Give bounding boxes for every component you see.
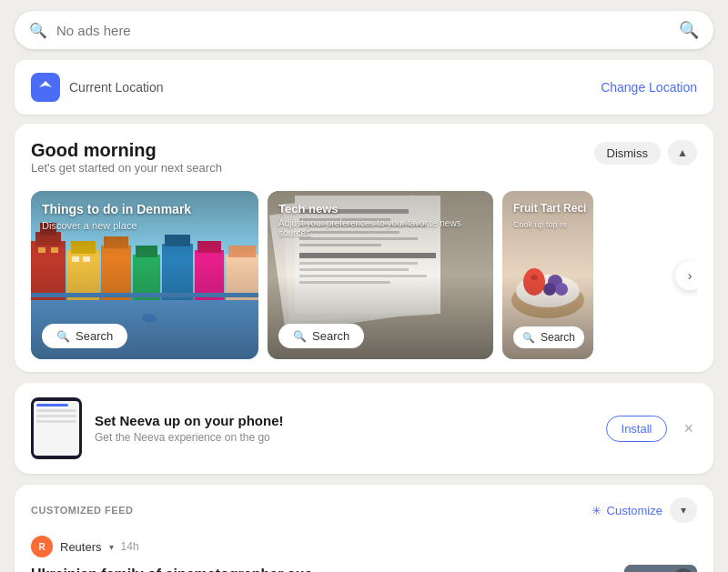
expand-feed-icon: ▾ xyxy=(681,504,686,517)
phone-line xyxy=(36,404,68,406)
install-text: Set Neeva up on your phone! Get the Neev… xyxy=(95,413,593,444)
install-subtitle: Get the Neeva experience on the go xyxy=(95,431,593,444)
collapse-button[interactable]: ▲ xyxy=(668,140,697,166)
card-search-button-tech[interactable]: 🔍 Search xyxy=(278,324,364,348)
article-title[interactable]: Ukrainian family of cinematographer sue xyxy=(31,565,612,572)
phone-line xyxy=(36,415,76,417)
feed-section: CUSTOMIZED FEED ✳ Customize ▾ R Reuters … xyxy=(15,485,713,572)
suggestion-cards-container: Things to do in Denmark Discover a new p… xyxy=(31,191,697,359)
article-row: Ukrainian family of cinematographer sue … xyxy=(31,565,697,572)
morning-card: Good morning Let's get started on your n… xyxy=(15,124,713,372)
search-icon-fruit: 🔍 xyxy=(522,332,535,344)
install-button[interactable]: Install xyxy=(606,416,668,442)
card-search-label-denmark: Search xyxy=(76,329,113,343)
article-meta: R Reuters ▾ 14h xyxy=(31,536,697,557)
search-input[interactable] xyxy=(56,23,670,38)
collapse-icon: ▲ xyxy=(677,146,688,159)
install-title: Set Neeva up on your phone! xyxy=(95,413,593,428)
morning-header: Good morning Let's get started on your n… xyxy=(31,140,697,187)
close-install-button[interactable]: × xyxy=(680,416,697,442)
phone-thumbnail xyxy=(31,397,82,459)
customize-label: Customize xyxy=(607,504,662,517)
source-avatar: R xyxy=(31,536,53,557)
card-title-denmark: Things to do in Denmark xyxy=(42,202,191,216)
feed-actions: ✳ Customize ▾ xyxy=(592,497,697,523)
card-subtitle-fruit: Cook up top re xyxy=(513,220,567,229)
search-icon-card: 🔍 xyxy=(56,330,70,343)
search-bar: 🔍 🔍 xyxy=(15,11,713,49)
card-search-label-tech: Search xyxy=(312,329,349,343)
suggestion-card-fruit: Fruit Tart Reci Cook up top re 🔍 Search xyxy=(502,191,593,359)
source-name: Reuters xyxy=(60,540,102,554)
article-thumbnail: ⋯ xyxy=(624,565,697,572)
phone-screen xyxy=(34,401,79,456)
dismiss-button[interactable]: Dismiss xyxy=(594,142,662,165)
card-subtitle-tech: Adjust your preferences to your favorite… xyxy=(278,218,482,238)
expand-feed-button[interactable]: ▾ xyxy=(670,497,697,523)
phone-line xyxy=(36,420,76,423)
search-bar-container: 🔍 🔍 xyxy=(0,0,728,60)
location-left: Current Location xyxy=(31,73,164,102)
current-location-label: Current Location xyxy=(69,80,164,95)
card-search-label-fruit: Search xyxy=(541,331,575,344)
search-icon-left: 🔍 xyxy=(29,22,47,39)
morning-title-group: Good morning Let's get started on your n… xyxy=(31,140,222,187)
card-subtitle-denmark: Discover a new place xyxy=(42,220,137,231)
morning-subtitle: Let's get started on your next search xyxy=(31,161,222,175)
next-arrow-icon: › xyxy=(688,268,693,283)
phone-line xyxy=(36,409,76,412)
search-icon-tech: 🔍 xyxy=(293,330,307,343)
feed-label: CUSTOMIZED FEED xyxy=(31,505,133,516)
next-arrow-button[interactable]: › xyxy=(675,261,697,290)
customize-button[interactable]: ✳ Customize xyxy=(592,504,662,517)
card-search-button-fruit[interactable]: 🔍 Search xyxy=(513,326,584,348)
article-time: 14h xyxy=(121,540,139,553)
change-location-button[interactable]: Change Location xyxy=(601,80,697,95)
location-icon xyxy=(31,73,60,102)
morning-actions: Dismiss ▲ xyxy=(594,140,698,166)
search-icon-right[interactable]: 🔍 xyxy=(679,20,699,40)
suggestion-card-tech: Tech news Adjust your preferences to you… xyxy=(268,191,493,359)
suggestion-card-denmark: Things to do in Denmark Discover a new p… xyxy=(31,191,258,359)
source-dropdown-icon[interactable]: ▾ xyxy=(109,542,114,552)
card-title-fruit: Fruit Tart Reci xyxy=(513,202,586,215)
customize-icon: ✳ xyxy=(592,504,602,517)
feed-header: CUSTOMIZED FEED ✳ Customize ▾ xyxy=(31,497,697,523)
card-title-tech: Tech news xyxy=(278,202,339,216)
card-search-button-denmark[interactable]: 🔍 Search xyxy=(42,324,127,348)
install-banner: Set Neeva up on your phone! Get the Neev… xyxy=(15,383,713,474)
morning-title: Good morning xyxy=(31,140,222,161)
location-bar: Current Location Change Location xyxy=(15,60,713,115)
